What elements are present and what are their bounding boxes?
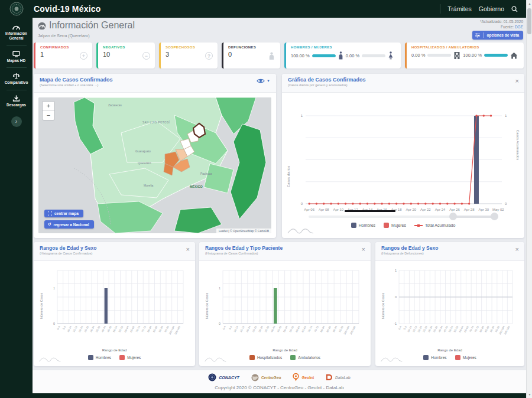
- view-mode-button[interactable]: ▼: [257, 78, 270, 84]
- hospitalizados-bar: [427, 54, 451, 57]
- geoint-watermark: [204, 355, 232, 363]
- svg-text:20-24: 20-24: [245, 325, 251, 333]
- svg-text:45-49: 45-49: [277, 325, 283, 333]
- scrollbar-thumb[interactable]: [527, 8, 531, 34]
- geoint-logo[interactable]: GeoInt: [293, 373, 314, 381]
- svg-text:Apr 30: Apr 30: [478, 208, 489, 211]
- sidebar-item-mapas-hd[interactable]: Mapas HD: [0, 48, 34, 66]
- datalab-logo[interactable]: DataLab: [326, 374, 351, 381]
- scroll-down-arrow[interactable]: ▼: [527, 393, 532, 396]
- map-zoom-control: + −: [42, 101, 55, 120]
- balance-icon: [12, 73, 20, 79]
- svg-text:0: 0: [53, 322, 55, 325]
- source-link-dge[interactable]: DGE: [515, 25, 523, 29]
- slider-handle-right[interactable]: [491, 213, 498, 220]
- svg-text:-1: -1: [394, 322, 397, 325]
- daily-panel-subtitle: (Casos diarios por género y acumulados): [288, 83, 518, 87]
- map-label-pachuca: Pachuca: [200, 172, 212, 175]
- svg-text:0: 0: [505, 202, 507, 205]
- svg-text:1: 1: [395, 269, 397, 272]
- datalab-icon: [326, 374, 333, 381]
- sidebar-item-descargas[interactable]: Descargas: [0, 92, 34, 110]
- map-attribution[interactable]: Leaflet | © OpenStreetMap © CartoDB: [216, 229, 271, 233]
- slider-handle-left[interactable]: [449, 213, 457, 220]
- geoint-icon: [293, 373, 299, 381]
- daily-chart-panel: Gráfica de Casos Confirmados (Casos diar…: [282, 74, 524, 238]
- svg-text:5-9: 5-9: [403, 325, 408, 330]
- svg-text:0: 0: [301, 202, 303, 205]
- svg-text:95-99: 95-99: [338, 325, 344, 333]
- legend-item[interactable]: Mujeres: [384, 223, 406, 228]
- back-to-national-button[interactable]: ↺ regresar a Nacional: [44, 220, 94, 229]
- legend-item[interactable]: Mujeres: [455, 355, 476, 360]
- legend-item[interactable]: Total Acumulado: [414, 223, 455, 228]
- scroll-up-arrow[interactable]: ▲: [527, 2, 532, 5]
- close-icon[interactable]: ×: [515, 78, 519, 84]
- plus-circle-icon: +: [80, 52, 87, 60]
- nav-gobierno[interactable]: Gobierno: [479, 5, 504, 12]
- svg-text:35-39: 35-39: [264, 325, 270, 333]
- topbar-nav: Trámites Gobierno: [440, 0, 518, 18]
- chart-nav-indicator[interactable]: [345, 210, 395, 212]
- close-icon[interactable]: ×: [515, 246, 519, 253]
- svg-text:May 02: May 02: [492, 208, 504, 211]
- conacyt-logo[interactable]: CONACYT: [208, 373, 239, 381]
- svg-text:30-34: 30-34: [258, 325, 264, 333]
- svg-text:Apr 20: Apr 20: [406, 208, 416, 211]
- svg-text:55-59: 55-59: [288, 325, 294, 333]
- geoint-watermark: [380, 355, 408, 363]
- card-negativos: NEGATIVOS 10 −: [96, 43, 155, 68]
- svg-text:85-89: 85-89: [326, 325, 332, 333]
- map-panel: Mapa de Casos Confirmados (Seleccione un…: [34, 74, 276, 238]
- view-options-button[interactable]: opciones de vista: [472, 31, 523, 40]
- close-icon[interactable]: ×: [362, 246, 365, 253]
- zoom-out-button[interactable]: −: [43, 110, 54, 120]
- close-icon[interactable]: ×: [186, 246, 190, 253]
- sidebar-item-informacion-general[interactable]: Información General: [0, 21, 34, 44]
- svg-text:25-29: 25-29: [252, 325, 258, 333]
- svg-text:1: 1: [53, 286, 55, 290]
- hist-panel-sexo-confirmados: Rangos de Edad y Sexo (Histograma de Cas…: [34, 242, 195, 366]
- legend-item[interactable]: Hombres: [88, 355, 111, 360]
- sidebar-expand-button[interactable]: ›: [11, 116, 22, 127]
- svg-text:Apr 26: Apr 26: [449, 208, 460, 211]
- centrogeo-logo[interactable]: CentroGeo: [251, 374, 281, 381]
- hospital-icon: [453, 51, 460, 59]
- center-map-button[interactable]: centrar mapa: [44, 210, 83, 217]
- hist-panel-sexo-defunciones: Rangos de Edad y Sexo (Histograma de Def…: [375, 242, 524, 366]
- page-scrollbar: ▲ ▼: [526, 0, 532, 398]
- card-confirmados: CONFIRMADOS 1 +: [34, 43, 92, 68]
- sidebar: Información General Mapas HD Comparativo: [0, 18, 33, 398]
- search-icon[interactable]: [511, 6, 518, 12]
- svg-text:5-9: 5-9: [228, 325, 233, 330]
- legend-item[interactable]: Hospitalizados: [249, 355, 282, 360]
- map-canvas[interactable]: Zacatecas SAN LUIS POTOSÍ Guanajuato Que…: [38, 97, 271, 233]
- hombres-pct: 100.00 %: [291, 53, 310, 58]
- map-label-morelia: Morelia: [144, 184, 153, 187]
- chevron-down-icon: ▼: [267, 79, 270, 83]
- svg-text:1: 1: [301, 114, 303, 118]
- daily-chart-canvas: Apr 06Apr 08Apr 10Apr 12Apr 14Apr 16Apr …: [295, 110, 512, 228]
- expand-icon: [48, 211, 52, 216]
- legend-item[interactable]: Hombres: [351, 223, 375, 228]
- zoom-in-button[interactable]: +: [43, 102, 54, 110]
- footer: CONACYT CentroGeo GeoInt: [33, 370, 526, 394]
- sidebar-item-comparativo[interactable]: Comparativo: [0, 70, 34, 88]
- nav-tramites[interactable]: Trámites: [447, 5, 471, 12]
- legend-item[interactable]: Hombres: [423, 355, 446, 360]
- ambulatorios-bar: [484, 54, 508, 57]
- bottom-accent-bar: [0, 393, 526, 398]
- legend-item[interactable]: Mujeres: [119, 355, 141, 360]
- minus-circle-icon: −: [142, 52, 150, 60]
- svg-text:Apr 28: Apr 28: [464, 208, 475, 211]
- map-label-queretaro: Querétaro: [138, 161, 151, 165]
- legend-item[interactable]: Ambulatorios: [290, 355, 320, 360]
- sidebar-divider: [7, 45, 27, 46]
- svg-text:0-4: 0-4: [222, 325, 227, 330]
- hist-chart-canvas: -1010-45-910-1415-1920-2425-2930-3435-39…: [384, 267, 516, 352]
- map-label-guanajuato: Guanajuato: [135, 149, 151, 153]
- svg-text:0: 0: [219, 322, 220, 325]
- male-icon: [338, 51, 343, 60]
- card-sospechosos: SOSPECHOSOS 3 ?: [159, 43, 218, 68]
- sidebar-divider: [7, 90, 27, 90]
